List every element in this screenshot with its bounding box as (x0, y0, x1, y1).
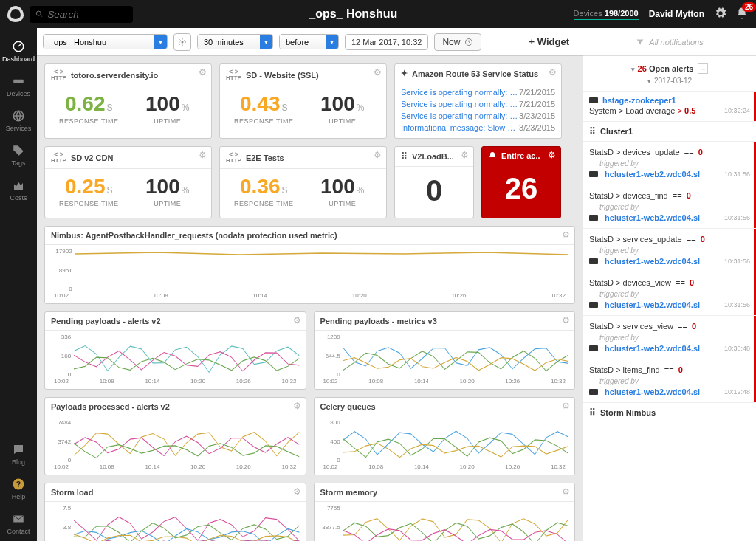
gear-icon (715, 7, 726, 19)
cluster-header[interactable]: Cluster1 (583, 121, 756, 141)
device-icon (589, 389, 598, 395)
metric-card: HTTPE2E Tests ⚙ 0.36SRESPONSE TIME 100%U… (219, 146, 387, 218)
search-icon (35, 10, 43, 18)
card-settings[interactable]: ⚙ (562, 315, 570, 325)
datetime-picker[interactable]: 12 Mar 2017, 10:32 (345, 34, 428, 50)
card-settings[interactable]: ⚙ (199, 150, 207, 160)
username[interactable]: David Mytton (649, 9, 704, 19)
bell-badge: 26 (742, 2, 756, 12)
range-toggle[interactable]: ▾ (260, 35, 272, 49)
nav-devices[interactable]: Devices (0, 69, 37, 103)
nav-tags[interactable]: Tags (0, 138, 37, 173)
chart-card: Pending payloads - alerts v2⚙ 3361680 10… (44, 311, 306, 390)
card-settings[interactable]: ⚙ (293, 401, 301, 411)
alert-item[interactable]: StatsD > items_find == 0 triggered by hc… (583, 359, 756, 402)
http-icon: HTTP (226, 69, 241, 81)
rel-toggle[interactable]: ▾ (326, 35, 338, 49)
add-widget-button[interactable]: + Widget (522, 33, 577, 50)
chart-svg (75, 248, 568, 292)
card-settings[interactable]: ⚙ (562, 401, 570, 411)
device-icon (589, 97, 598, 103)
chart-card: Pending payloads - metrics v3⚙ 1289644.5… (314, 311, 576, 390)
search-input[interactable] (47, 9, 127, 20)
open-alerts-header[interactable]: 26 Open alerts– (583, 56, 756, 77)
svg-text:?: ? (16, 480, 21, 489)
card-settings[interactable]: ⚙ (461, 150, 469, 160)
device-icon (589, 258, 598, 264)
alert-item[interactable]: StatsD > devices_view == 0 triggered by … (583, 272, 756, 315)
grid-icon (589, 407, 596, 418)
status-link[interactable]: Service is operating normally: [RE... (401, 100, 519, 108)
svg-point-8 (182, 41, 184, 43)
device-icon (589, 302, 598, 308)
chart-svg (74, 334, 299, 378)
svg-line-1 (41, 15, 42, 16)
cluster-header[interactable]: Storm Nimbus (583, 402, 756, 422)
alert-item[interactable]: hstage-zookeeper1 System > Load average … (583, 91, 756, 121)
metric-card: HTTPtotoro.serverdensity.io ⚙ 0.62SRESPO… (44, 63, 212, 139)
card-settings[interactable]: ⚙ (562, 486, 570, 497)
alert-item[interactable]: StatsD > devices_update == 0 triggered b… (583, 141, 756, 185)
now-button[interactable]: Now (434, 33, 481, 51)
clock-icon (464, 38, 473, 46)
devices-icon (12, 75, 25, 88)
chart-card: Celery queues⚙ 8004000 10:0210:0810:1410… (314, 397, 576, 475)
page-title: _ops_ Honshuu (133, 7, 574, 21)
grid-icon (401, 151, 408, 162)
collapse-button[interactable]: – (698, 63, 708, 74)
gear-icon (178, 38, 187, 46)
chart-svg (343, 334, 568, 378)
filter-icon (636, 38, 645, 46)
status-link[interactable]: Service is operating normally: [RE... (401, 111, 519, 120)
alert-item[interactable]: StatsD > services_update == 0 triggered … (583, 228, 756, 272)
nav-services[interactable]: Services (0, 103, 37, 138)
chart-card: Nimbus: AgentPostbackHandler_requests (n… (44, 226, 575, 304)
card-settings[interactable]: ⚙ (562, 230, 570, 240)
nav-help[interactable]: ?Help (0, 472, 37, 506)
svg-rect-3 (13, 80, 24, 83)
card-settings[interactable]: ⚙ (549, 67, 557, 77)
devices-counter[interactable]: Devices 198/2000 (574, 9, 639, 20)
chat-icon (12, 443, 25, 456)
alert-count-card[interactable]: Entire ac.. ⚙ 26 (481, 146, 561, 218)
grid-icon (589, 126, 596, 137)
costs-icon (12, 179, 25, 192)
card-settings[interactable]: ⚙ (548, 150, 556, 160)
metric-card: HTTPSD v2 CDN ⚙ 0.25SRESPONSE TIME 100%U… (44, 146, 212, 218)
dashboard-settings-button[interactable] (173, 33, 191, 51)
alert-item[interactable]: StatsD > services_view == 0 triggered by… (583, 315, 756, 359)
card-settings[interactable]: ⚙ (374, 150, 382, 160)
time-range-select[interactable]: 30 minutes (198, 35, 260, 49)
alert-item[interactable]: StatsD > devices_find == 0 triggered by … (583, 185, 756, 228)
nav-contact[interactable]: Contact (0, 506, 37, 541)
http-icon: HTTP (51, 151, 66, 164)
nav-costs[interactable]: Costs (0, 173, 37, 207)
status-link[interactable]: Service is operating normally: [RE... (401, 88, 519, 97)
chart-svg (74, 419, 299, 464)
dashboard-toolbar: _ops_ Honshuu ▾ 30 minutes ▾ before ▾ 12… (37, 28, 583, 56)
star-icon: ✦ (401, 69, 408, 78)
metric-card: HTTPSD - Website (SSL) ⚙ 0.43SRESPONSE T… (219, 63, 387, 139)
dashboard-select[interactable]: _ops_ Honshuu (44, 35, 154, 49)
notifications-filter[interactable]: All notifications (583, 28, 756, 56)
help-icon: ? (12, 478, 25, 491)
card-settings[interactable]: ⚙ (293, 315, 301, 325)
chart-card: Payloads processed - alerts v2⚙ 74843742… (44, 397, 306, 475)
status-link[interactable]: Informational message: Slow pro... (401, 123, 519, 132)
card-settings[interactable]: ⚙ (293, 486, 301, 497)
app-logo[interactable] (7, 6, 24, 22)
chart-svg (343, 419, 568, 464)
nav-dashboard[interactable]: Dashboard (0, 34, 37, 69)
chart-svg (74, 505, 299, 541)
time-relative-select[interactable]: before (280, 35, 326, 49)
card-settings[interactable]: ⚙ (374, 67, 382, 77)
device-icon (589, 215, 598, 221)
card-settings[interactable]: ⚙ (199, 67, 207, 77)
settings-button[interactable] (712, 4, 729, 24)
global-search[interactable] (30, 6, 133, 23)
nav-blog[interactable]: Blog (0, 437, 37, 472)
device-icon (589, 345, 598, 351)
notifications-button[interactable]: 26 (735, 7, 749, 22)
dashboard-select-toggle[interactable]: ▾ (154, 35, 167, 49)
services-icon (12, 109, 25, 123)
